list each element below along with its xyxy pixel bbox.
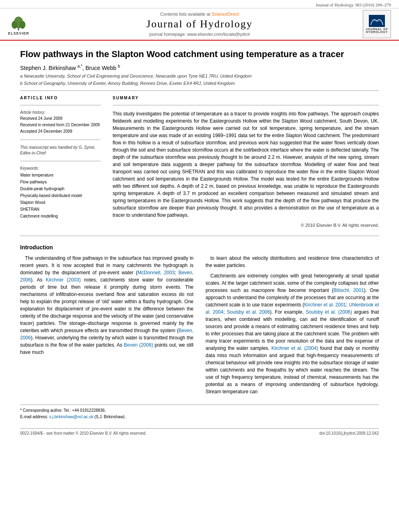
intro-para-1: The understanding of flow pathways in th…: [20, 255, 193, 356]
article-title: Flow pathways in the Slapton Wood catchm…: [20, 49, 379, 60]
svg-point-3: [20, 21, 26, 29]
ref-soulsby-2006a[interactable]: Soulsby et al. 2006: [227, 309, 270, 315]
footnotes: * Corresponding author. Tel.: +44 019122…: [20, 405, 379, 420]
ref-soulsby-2006b[interactable]: Soulsby et al. (2006): [306, 309, 352, 315]
journal-logo-box: JOURNAL OF HYDROLOGY: [363, 10, 391, 38]
ref-kirchner-2001[interactable]: Kirchner et al. 2001: [304, 302, 346, 308]
intro-para-3: Catchments are extremely complex with gr…: [206, 272, 379, 395]
keyword-5: Slapton Wood: [20, 199, 101, 206]
email-link[interactable]: s.j.birkinshaw@ncl.ac.uk: [49, 415, 93, 419]
affiliation-a: a Newcastle University, School of Civil …: [20, 74, 379, 78]
keyword-2: Flow pathways: [20, 179, 101, 185]
keywords-list: Water temperature Flow pathways Double-p…: [20, 172, 101, 220]
ref-beven-2006c[interactable]: Beven (2006): [124, 342, 153, 348]
intro-para-2: to learn about the velocity distribution…: [206, 255, 379, 269]
divider-summary: [113, 105, 379, 105]
manuscript-note: This manuscript was handled by G. Syme, …: [20, 145, 101, 156]
summary-label: SUMMARY: [113, 96, 379, 100]
history-label: Article history:: [20, 110, 101, 115]
affiliation-b: b School of Geography, University of Exe…: [20, 81, 379, 86]
top-header: Journal of Hydrology 383 (2010) 269–279: [0, 0, 399, 8]
journal-reference: Journal of Hydrology 383 (2010) 269–279: [316, 2, 391, 7]
footnote-corresponding: * Corresponding author. Tel.: +44 019122…: [20, 407, 379, 414]
copyright-line: © 2010 Elsevier B.V. All rights reserved…: [113, 223, 379, 228]
sciencedirect-link[interactable]: ScienceDirect: [212, 12, 239, 16]
journal-logo-line2: HYDROLOGY: [366, 31, 388, 33]
intro-right-col: to learn about the velocity distribution…: [206, 255, 379, 398]
ref-bloschl[interactable]: Blöschl, 2001: [333, 288, 364, 293]
ref-kirchner-2004[interactable]: Kirchner et al. (2004): [271, 345, 318, 351]
keyword-3: Double-peak hydrograph: [20, 185, 101, 192]
elsevier-label: ELSEVIER: [8, 31, 29, 35]
author-names: Stephen J. Birkinshaw a,*, Bruce Webb b: [20, 65, 120, 71]
ref-beven-2006b[interactable]: Beven, 2006: [20, 328, 193, 341]
keyword-1: Water temperature: [20, 172, 101, 179]
article-history-group: Article history: Received 24 June 2009 R…: [20, 110, 101, 135]
doi-line: doi:10.1016/j.jhydrol.2009.12.042: [319, 431, 379, 435]
authors-line: Stephen J. Birkinshaw a,*, Bruce Webb b: [20, 64, 379, 72]
divider-introduction: [20, 236, 379, 236]
intro-left-col: The understanding of flow pathways in th…: [20, 255, 193, 398]
introduction-section: Introduction The understanding of flow p…: [20, 244, 379, 398]
article-info-label: ARTICLE INFO: [20, 96, 101, 100]
intro-two-col: The understanding of flow pathways in th…: [20, 255, 379, 398]
footnote-email: E-mail address: s.j.birkinshaw@ncl.ac.uk…: [20, 414, 379, 420]
article-info-col: ARTICLE INFO Article history: Received 2…: [20, 96, 101, 228]
svg-point-2: [12, 21, 18, 29]
banner-center: Contents lists available at ScienceDirec…: [146, 12, 253, 37]
divider-info: [20, 105, 101, 105]
journal-logo-line1: JOURNAL OF: [366, 28, 388, 31]
elsevier-logo-container: ELSEVIER: [8, 13, 29, 35]
bottom-bar: 0022-1694/$ - see front matter © 2010 El…: [20, 428, 379, 435]
ref-kirchner-2003[interactable]: Kirchner (2003): [45, 277, 80, 283]
journal-banner: ELSEVIER Contents lists available at Sci…: [0, 8, 399, 41]
homepage-line: journal homepage: www.elsevier.com/locat…: [146, 32, 253, 37]
ref-mcdonnell[interactable]: McDonnell, 2003: [138, 270, 175, 275]
keywords-label: Keywords:: [20, 166, 101, 170]
divider-1: [20, 90, 379, 91]
issn-line: 0022-1694/$ - see front matter © 2010 El…: [20, 431, 146, 435]
date-received: Received 24 June 2009 Received in revise…: [20, 115, 101, 135]
contents-line: Contents lists available at ScienceDirec…: [146, 12, 253, 16]
summary-col: SUMMARY This study investigates the pote…: [113, 96, 379, 228]
journal-title-banner: Journal of Hydrology: [146, 18, 253, 30]
divider-manuscript: [20, 140, 101, 140]
keyword-4: Physically-based distributed model: [20, 192, 101, 199]
divider-keywords: [20, 161, 101, 161]
keyword-6: SHETRAN: [20, 206, 101, 213]
summary-text: This study investigates the potential of…: [113, 110, 379, 219]
keyword-7: Catchment modelling: [20, 213, 101, 220]
introduction-title: Introduction: [20, 244, 379, 251]
info-summary-section: ARTICLE INFO Article history: Received 2…: [20, 96, 379, 228]
elsevier-logo: ELSEVIER: [8, 13, 29, 35]
